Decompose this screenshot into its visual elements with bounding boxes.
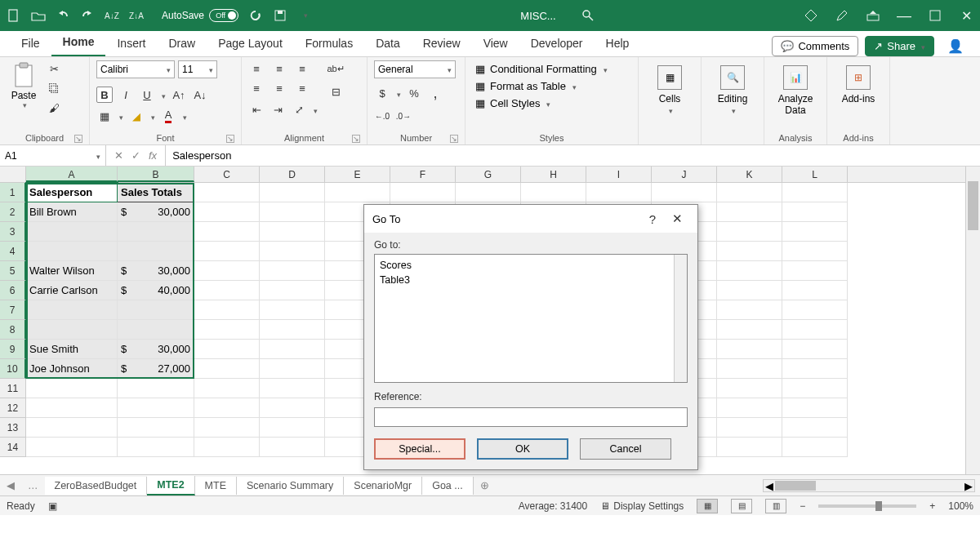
cancel-formula-icon[interactable]: ✕ bbox=[114, 149, 123, 162]
cell[interactable] bbox=[26, 222, 118, 242]
cell[interactable] bbox=[782, 202, 848, 222]
row-header[interactable]: 8 bbox=[0, 320, 26, 340]
font-launcher[interactable]: ↘ bbox=[226, 135, 234, 143]
goto-list-item[interactable]: Scores bbox=[380, 258, 682, 273]
tab-page-layout[interactable]: Page Layout bbox=[207, 32, 294, 56]
cell[interactable] bbox=[717, 281, 782, 300]
row-header[interactable]: 3 bbox=[0, 222, 26, 242]
addins-button[interactable]: ⊞Add-ins bbox=[834, 60, 883, 104]
search-icon[interactable] bbox=[581, 8, 595, 23]
cell[interactable] bbox=[717, 222, 782, 242]
cell[interactable] bbox=[26, 242, 118, 261]
dialog-help-icon[interactable]: ? bbox=[640, 212, 665, 226]
select-all-corner[interactable] bbox=[0, 167, 26, 182]
cell[interactable]: Bill Brown bbox=[26, 202, 118, 222]
cell[interactable] bbox=[782, 242, 848, 261]
clipboard-launcher[interactable]: ↘ bbox=[74, 135, 82, 143]
cell[interactable] bbox=[782, 438, 848, 457]
maximize-icon[interactable] bbox=[928, 8, 942, 23]
page-layout-view-icon[interactable]: ▤ bbox=[731, 499, 752, 513]
cells-button[interactable]: ▦Cells bbox=[645, 60, 694, 116]
cell[interactable] bbox=[194, 438, 260, 457]
cell[interactable] bbox=[26, 438, 118, 457]
tab-developer[interactable]: Developer bbox=[519, 32, 595, 56]
qat-more-icon[interactable] bbox=[297, 8, 312, 23]
row-header[interactable]: 14 bbox=[0, 438, 26, 457]
row-header[interactable]: 10 bbox=[0, 359, 26, 379]
column-header[interactable]: F bbox=[390, 167, 456, 182]
cell[interactable] bbox=[782, 398, 848, 418]
row-header[interactable]: 13 bbox=[0, 418, 26, 438]
row-header[interactable]: 2 bbox=[0, 202, 26, 222]
cell[interactable] bbox=[118, 242, 194, 261]
cell[interactable] bbox=[26, 379, 118, 398]
cell[interactable] bbox=[782, 418, 848, 438]
increase-font-icon[interactable]: A↑ bbox=[171, 87, 187, 103]
paste-button[interactable]: Paste bbox=[7, 60, 41, 109]
borders-button[interactable]: ▦ bbox=[96, 108, 113, 124]
cell[interactable] bbox=[260, 359, 325, 379]
cell[interactable] bbox=[717, 320, 782, 340]
row-header[interactable]: 11 bbox=[0, 379, 26, 398]
cell[interactable]: $27,000 bbox=[118, 359, 194, 379]
cell-styles-button[interactable]: ▦Cell Styles bbox=[472, 96, 611, 110]
align-left-icon[interactable]: ≡ bbox=[248, 80, 265, 96]
decrease-decimal-icon[interactable]: .0→ bbox=[395, 108, 412, 124]
column-header[interactable]: E bbox=[325, 167, 390, 182]
format-as-table-button[interactable]: ▦Format as Table bbox=[472, 79, 611, 93]
cell[interactable] bbox=[717, 379, 782, 398]
horizontal-scrollbar[interactable]: ◀▶ bbox=[763, 479, 975, 492]
zoom-slider[interactable] bbox=[818, 504, 916, 508]
close-icon[interactable]: ✕ bbox=[959, 8, 973, 23]
font-size-combo[interactable]: 11 bbox=[178, 60, 217, 78]
cell[interactable] bbox=[194, 281, 260, 300]
name-box[interactable]: A1 bbox=[0, 145, 106, 166]
column-header[interactable]: A bbox=[26, 167, 118, 182]
goto-listbox[interactable]: Scores Table3 bbox=[374, 254, 688, 383]
percent-icon[interactable]: % bbox=[406, 85, 422, 101]
column-header[interactable]: J bbox=[652, 167, 717, 182]
cell[interactable] bbox=[782, 300, 848, 320]
cell[interactable] bbox=[194, 242, 260, 261]
cell[interactable] bbox=[118, 222, 194, 242]
cell[interactable] bbox=[260, 183, 325, 202]
cell[interactable] bbox=[118, 438, 194, 457]
cell[interactable] bbox=[325, 183, 390, 202]
cell[interactable] bbox=[260, 300, 325, 320]
underline-more[interactable] bbox=[160, 89, 166, 101]
cell[interactable] bbox=[717, 202, 782, 222]
cell[interactable] bbox=[194, 359, 260, 379]
row-header[interactable]: 7 bbox=[0, 300, 26, 320]
listbox-scrollbar[interactable] bbox=[674, 255, 687, 382]
sheet-add-icon[interactable]: ⊕ bbox=[474, 479, 496, 491]
row-header[interactable]: 5 bbox=[0, 261, 26, 281]
increase-decimal-icon[interactable]: ←.0 bbox=[374, 108, 390, 124]
align-bottom-icon[interactable]: ≡ bbox=[294, 60, 310, 77]
merge-center-icon[interactable]: ⊟ bbox=[327, 83, 344, 100]
tab-file[interactable]: File bbox=[10, 32, 51, 56]
cell[interactable] bbox=[782, 340, 848, 359]
confirm-formula-icon[interactable]: ✓ bbox=[131, 149, 140, 162]
fx-icon[interactable]: fx bbox=[149, 149, 157, 162]
cell[interactable] bbox=[652, 183, 717, 202]
minimize-icon[interactable]: — bbox=[897, 8, 911, 23]
goto-list-item[interactable]: Table3 bbox=[380, 273, 682, 287]
cell[interactable]: Sales Totals bbox=[118, 183, 194, 202]
cell[interactable]: $30,000 bbox=[118, 261, 194, 281]
cell[interactable] bbox=[260, 222, 325, 242]
undo-icon[interactable] bbox=[56, 8, 70, 23]
share-button[interactable]: ↗Share bbox=[865, 36, 934, 56]
page-break-view-icon[interactable]: ▥ bbox=[765, 499, 786, 513]
tab-home[interactable]: Home bbox=[51, 30, 106, 56]
column-header[interactable]: D bbox=[260, 167, 325, 182]
increase-indent-icon[interactable]: ⇥ bbox=[270, 101, 286, 118]
cell[interactable] bbox=[26, 300, 118, 320]
cell[interactable]: Sue Smith bbox=[26, 340, 118, 359]
sheet-tab[interactable]: Goa ... bbox=[422, 477, 474, 495]
account-icon[interactable]: 👤 bbox=[941, 38, 970, 54]
cell[interactable] bbox=[194, 379, 260, 398]
sheet-tab[interactable]: MTE2 bbox=[147, 476, 194, 495]
conditional-formatting-button[interactable]: ▦Conditional Formatting bbox=[472, 62, 611, 76]
column-header[interactable]: H bbox=[521, 167, 586, 182]
comma-icon[interactable]: , bbox=[427, 85, 443, 101]
